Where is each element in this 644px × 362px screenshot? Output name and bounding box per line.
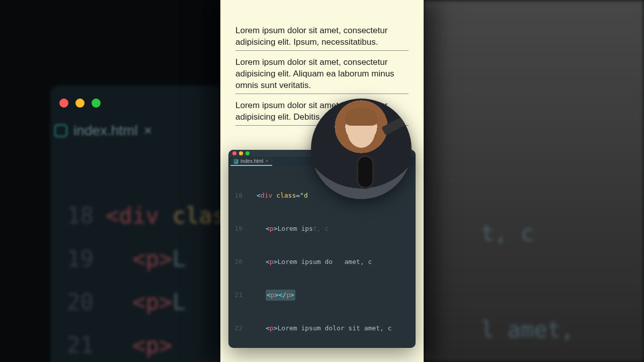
window-close-button[interactable]	[232, 151, 236, 155]
presenter-webcam	[311, 99, 412, 199]
backdrop-tab: index.html ×	[54, 123, 152, 139]
html-file-icon	[233, 159, 238, 164]
highlighted-empty-p: <p></p>	[266, 290, 295, 301]
microphone-icon	[358, 157, 372, 187]
preview-paragraph: Lorem ipsum dolor sit amet, consectetur …	[235, 25, 409, 51]
window-zoom-button[interactable]	[246, 151, 250, 155]
preview-paragraph: Lorem ipsum dolor sit amet, consectetur …	[235, 57, 409, 94]
close-icon[interactable]: ×	[266, 158, 269, 164]
html-file-icon	[54, 124, 67, 137]
tab-label: index.html	[240, 158, 264, 164]
backdrop-right-code: t, c l amet, r sit amet, c	[454, 161, 644, 362]
close-icon: ×	[144, 123, 152, 139]
html-code-pane[interactable]: 18<div class="d 19<p>Lorem ipst, c 20<p>…	[228, 166, 416, 348]
tab-index-html[interactable]: index.html ×	[230, 157, 272, 166]
window-minimize-button[interactable]	[239, 151, 243, 155]
backdrop-traffic-lights	[59, 99, 101, 108]
backdrop-tab-filename: index.html	[73, 123, 138, 139]
